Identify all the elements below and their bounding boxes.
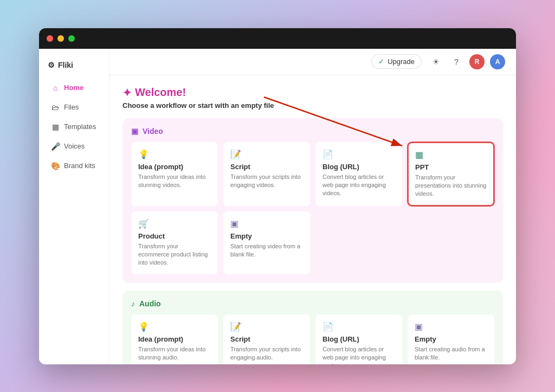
card-title: Blog (URL) [322, 335, 395, 343]
card-desc: Start creating video from a blank file. [230, 242, 303, 259]
audio-script-card[interactable]: 📝 Script Transform your scripts into eng… [223, 314, 310, 364]
video-cards-grid: 💡 Idea (prompt) Transform your ideas int… [131, 142, 494, 274]
audio-idea-card[interactable]: 💡 Idea (prompt) Transform your ideas int… [131, 314, 218, 364]
brand-kits-icon: 🎨 [51, 162, 60, 170]
card-title: Product [138, 232, 211, 240]
audio-section-label: Audio [139, 299, 161, 308]
card-title: Idea (prompt) [138, 163, 211, 171]
app-window: ⚙ Fliki ⌂ Home 🗁 Files ▦ Templates 🎤 Voi… [39, 28, 516, 364]
audio-section: ♪ Audio 💡 Idea (prompt) Transform your i… [122, 291, 503, 364]
sidebar: ⚙ Fliki ⌂ Home 🗁 Files ▦ Templates 🎤 Voi… [39, 49, 109, 364]
sidebar-item-home[interactable]: ⌂ Home [42, 79, 106, 97]
upgrade-check-icon: ✓ [378, 57, 384, 66]
upgrade-button[interactable]: ✓ Upgrade [371, 54, 422, 69]
card-desc: Transform your ideas into stunning video… [138, 173, 211, 190]
audio-blog-icon: 📄 [322, 322, 395, 332]
product-icon: 🛒 [138, 219, 211, 229]
audio-empty-card[interactable]: ▣ Empty Start creating audio from a blan… [408, 314, 494, 364]
sidebar-logo: ⚙ Fliki [39, 57, 109, 77]
video-section-label: Video [143, 127, 163, 136]
help-icon[interactable]: ? [449, 54, 464, 69]
card-desc: Transform your presentations into stunni… [415, 173, 487, 198]
card-desc: Start creating audio from a blank file. [415, 345, 487, 362]
audio-cards-grid: 💡 Idea (prompt) Transform your ideas int… [131, 314, 494, 364]
maximize-dot[interactable] [68, 35, 75, 42]
welcome-spark-icon: ✦ [122, 86, 132, 99]
welcome-title: ✦ Welcome! [122, 86, 503, 99]
sidebar-item-label: Home [64, 83, 83, 92]
welcome-subtitle: Choose a workflow or start with an empty… [122, 101, 503, 110]
video-product-card[interactable]: 🛒 Product Transform your ecommerce produ… [131, 211, 218, 274]
welcome-text: Welcome! [135, 86, 186, 99]
video-section-icon: ▣ [131, 127, 138, 136]
video-ppt-card[interactable]: ▦ PPT Transform your presentations into … [408, 142, 494, 206]
ppt-icon: ▦ [415, 150, 487, 160]
close-dot[interactable] [47, 35, 53, 42]
card-title: Script [230, 335, 303, 343]
video-blog-card[interactable]: 📄 Blog (URL) Convert blog articles or we… [315, 142, 402, 206]
sidebar-item-templates[interactable]: ▦ Templates [42, 118, 106, 136]
idea-icon: 💡 [138, 149, 211, 159]
card-title: PPT [415, 163, 487, 171]
video-section-header: ▣ Video [131, 127, 494, 136]
card-desc: Convert blog articles or web page into e… [322, 173, 395, 198]
header-icons: ☀ ? R A [428, 54, 505, 69]
brightness-icon[interactable]: ☀ [428, 54, 443, 69]
sidebar-item-label: Voices [64, 142, 85, 150]
sidebar-item-files[interactable]: 🗁 Files [42, 99, 106, 116]
sidebar-item-label: Templates [64, 123, 96, 131]
video-section: ▣ Video 💡 Idea (prompt) Transform your i… [122, 118, 503, 283]
video-script-card[interactable]: 📝 Script Transform your scripts into eng… [223, 142, 310, 206]
sidebar-item-voices[interactable]: 🎤 Voices [42, 138, 106, 155]
audio-section-header: ♪ Audio [131, 299, 494, 308]
app-header: ✓ Upgrade ☀ ? R A [109, 49, 516, 75]
logo-text: Fliki [58, 61, 73, 69]
app-body: ⚙ Fliki ⌂ Home 🗁 Files ▦ Templates 🎤 Voi… [39, 49, 516, 364]
titlebar [39, 28, 516, 49]
audio-script-icon: 📝 [230, 322, 303, 332]
sidebar-item-brand-kits[interactable]: 🎨 Brand kits [42, 157, 106, 175]
upgrade-label: Upgrade [388, 57, 415, 66]
minimize-dot[interactable] [57, 35, 64, 42]
card-desc: Transform your scripts into engaging aud… [230, 345, 303, 362]
audio-empty-icon: ▣ [415, 322, 487, 332]
card-title: Empty [415, 335, 487, 343]
notification-avatar[interactable]: R [469, 54, 485, 69]
card-title: Script [230, 163, 303, 171]
card-desc: Convert blog articles or web page into e… [322, 345, 395, 364]
empty-video-icon: ▣ [230, 219, 303, 229]
script-icon: 📝 [230, 149, 303, 159]
files-icon: 🗁 [51, 103, 60, 112]
blog-icon: 📄 [322, 149, 395, 159]
user-avatar[interactable]: A [490, 54, 505, 69]
sidebar-item-label: Files [64, 103, 79, 111]
card-desc: Transform your scripts into engaging vid… [230, 173, 303, 190]
sidebar-item-label: Brand kits [64, 162, 95, 170]
audio-idea-icon: 💡 [138, 322, 211, 332]
card-desc: Transform your ecommerce product listing… [138, 242, 211, 267]
page-body: ✦ Welcome! Choose a workflow or start wi… [109, 75, 516, 364]
card-title: Blog (URL) [322, 163, 395, 171]
audio-section-icon: ♪ [131, 299, 135, 308]
home-icon: ⌂ [51, 83, 60, 92]
card-desc: Transform your ideas into stunning audio… [138, 345, 211, 362]
templates-icon: ▦ [51, 123, 60, 131]
logo-icon: ⚙ [48, 61, 55, 69]
card-title: Idea (prompt) [138, 335, 211, 343]
video-idea-card[interactable]: 💡 Idea (prompt) Transform your ideas int… [131, 142, 218, 206]
main-content: ✓ Upgrade ☀ ? R A ✦ Welcome! Choose a wo… [109, 49, 516, 364]
card-title: Empty [230, 232, 303, 240]
audio-blog-card[interactable]: 📄 Blog (URL) Convert blog articles or we… [315, 314, 402, 364]
voices-icon: 🎤 [51, 142, 60, 151]
video-empty-card[interactable]: ▣ Empty Start creating video from a blan… [223, 211, 310, 274]
